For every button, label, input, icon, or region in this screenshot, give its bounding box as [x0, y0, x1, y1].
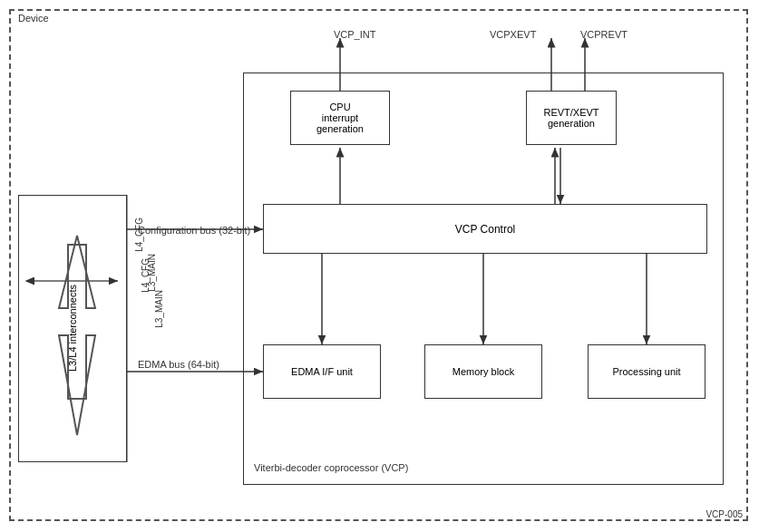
l4-cfg-text: L4_CFG: [141, 258, 151, 293]
memory-block-label: Memory block: [452, 366, 514, 377]
vcp-label: Viterbi-decoder coprocessor (VCP): [254, 462, 408, 473]
cpu-interrupt-box: CPUinterruptgeneration: [290, 91, 390, 145]
vcp-reference: VCP-005: [705, 509, 743, 519]
processing-unit-box: Processing unit: [588, 344, 705, 399]
vcp-control-label: VCP Control: [455, 223, 515, 236]
vcprevt-label: VCPREVT: [580, 29, 628, 40]
edma-if-box: EDMA I/F unit: [263, 344, 381, 399]
edma-if-label: EDMA I/F unit: [291, 366, 353, 377]
vcpxevt-label: VCPXEVT: [490, 29, 536, 40]
cpu-interrupt-label: CPUinterruptgeneration: [316, 102, 364, 134]
processing-unit-label: Processing unit: [612, 366, 680, 377]
vcp-int-label: VCP_INT: [334, 29, 375, 40]
vcp-control-box: VCP Control: [263, 204, 707, 254]
l4-cfg-label: L4_CFG: [134, 218, 144, 252]
config-bus-label: Configuration bus (32-bit): [138, 225, 250, 236]
diagram-container: Device Viterbi-decoder coprocessor (VCP)…: [0, 0, 759, 532]
revt-xevt-label: REVT/XEVTgeneration: [543, 107, 598, 129]
device-label: Device: [16, 13, 51, 24]
l3l4-label: L3/L4 interconnects: [67, 285, 78, 372]
l3l4-box: L3/L4 interconnects: [18, 195, 127, 462]
edma-bus-label: EDMA bus (64-bit): [138, 359, 219, 370]
memory-block-box: Memory block: [424, 344, 542, 399]
l3-main-text: L3_MAIN: [154, 290, 164, 328]
revt-xevt-box: REVT/XEVTgeneration: [526, 91, 617, 145]
